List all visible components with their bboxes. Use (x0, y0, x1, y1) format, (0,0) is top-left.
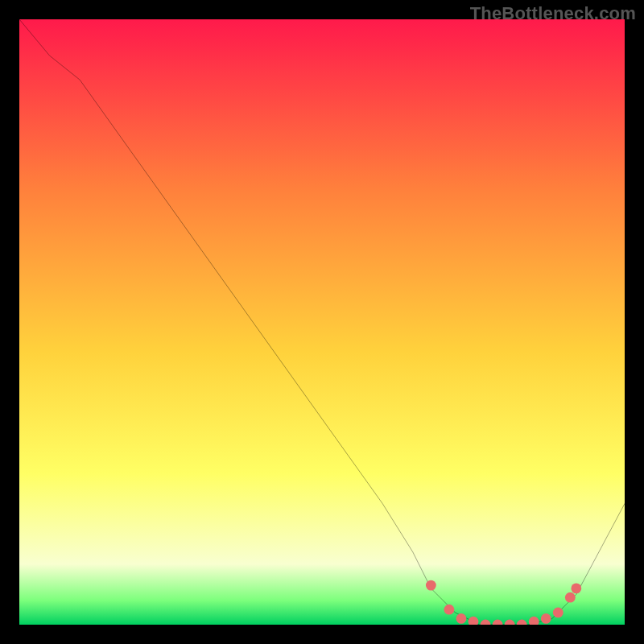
curve-marker (456, 613, 467, 624)
plot-svg (19, 19, 625, 625)
gradient-background (19, 19, 625, 625)
chart-stage: TheBottleneck.com (0, 0, 644, 644)
curve-marker (571, 583, 581, 593)
curve-marker (444, 605, 455, 615)
watermark-text: TheBottleneck.com (470, 3, 636, 24)
curve-marker (553, 608, 564, 618)
curve-marker (426, 580, 436, 591)
curve-marker (565, 592, 576, 603)
plot-area (19, 19, 625, 625)
curve-marker (541, 613, 551, 624)
